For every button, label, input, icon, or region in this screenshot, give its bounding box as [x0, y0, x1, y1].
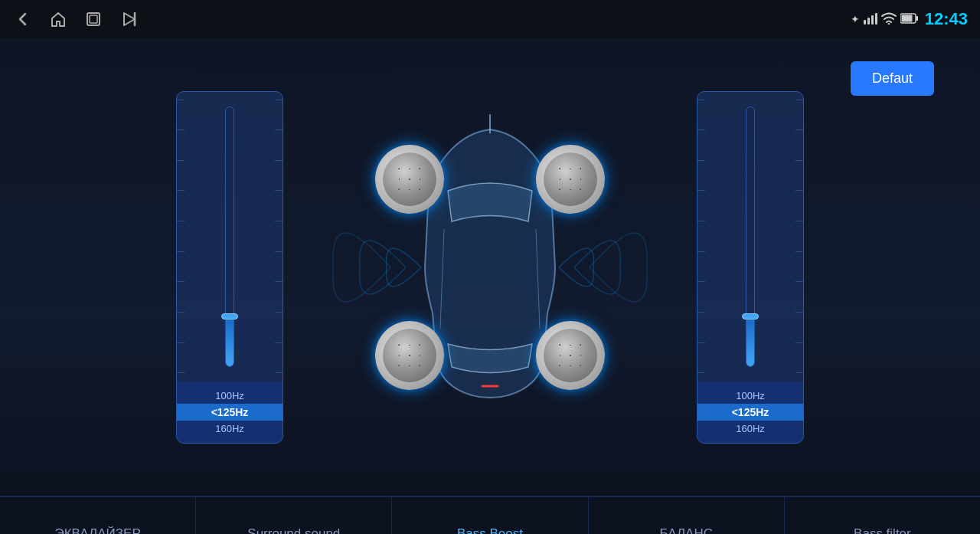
svg-rect-4	[864, 20, 866, 25]
right-v-track[interactable]	[746, 106, 755, 367]
car-visual	[306, 80, 674, 455]
status-bar: ✦	[0, 0, 980, 38]
window-button[interactable]	[83, 8, 104, 30]
default-button[interactable]: Defaut	[851, 61, 934, 96]
right-freq-active[interactable]: <125Hz	[697, 404, 803, 421]
media-button[interactable]	[118, 8, 139, 30]
sound-waves-svg	[306, 80, 674, 455]
tab-balance[interactable]: БАЛАНС	[589, 497, 785, 534]
back-button[interactable]	[12, 8, 34, 30]
left-slider-track-area[interactable]	[177, 92, 283, 382]
right-slider-panel: 100Hz <125Hz 160Hz	[697, 91, 804, 444]
battery-icon	[900, 13, 919, 26]
left-v-thumb[interactable]	[221, 313, 238, 319]
right-slider-track-area[interactable]	[697, 92, 803, 382]
tab-bass-boost[interactable]: Bass Boost	[392, 497, 588, 534]
tab-surround-sound[interactable]: Surround sound	[196, 497, 392, 534]
left-freq-labels: 100Hz <125Hz 160Hz	[177, 382, 283, 443]
svg-rect-5	[867, 18, 870, 25]
connectivity-icons: ✦	[851, 12, 919, 27]
left-slider-panel: 100Hz <125Hz 160Hz	[176, 91, 283, 444]
speaker-front-right[interactable]	[536, 145, 605, 214]
right-v-fill	[746, 314, 754, 366]
left-freq-above: 100Hz	[177, 388, 283, 404]
bluetooth-icon: ✦	[851, 13, 860, 25]
left-freq-below: 160Hz	[177, 421, 283, 437]
svg-marker-2	[124, 13, 135, 25]
svg-rect-10	[901, 15, 912, 21]
speaker-rear-right[interactable]	[536, 321, 605, 390]
speaker-front-left[interactable]	[375, 145, 444, 214]
svg-rect-7	[875, 13, 877, 25]
car-svg-background	[306, 80, 674, 455]
home-button[interactable]	[47, 8, 69, 30]
left-v-track[interactable]	[225, 106, 234, 367]
tab-bass-filter[interactable]: Bass filter	[785, 497, 980, 534]
left-v-fill	[226, 314, 234, 366]
clock: 12:43	[925, 9, 968, 29]
signal-icon	[864, 12, 877, 27]
nav-controls	[12, 8, 139, 30]
right-v-thumb[interactable]	[742, 313, 759, 319]
left-freq-active[interactable]: <125Hz	[177, 404, 283, 421]
right-freq-labels: 100Hz <125Hz 160Hz	[697, 382, 803, 443]
main-content: Defaut 100Hz <12	[0, 38, 980, 496]
svg-point-8	[887, 23, 890, 25]
svg-rect-6	[871, 15, 874, 25]
tab-bar: ЭКВАЛАЙЗЕР Surround sound Bass Boost БАЛ…	[0, 496, 980, 534]
wifi-icon	[881, 12, 897, 27]
right-freq-below: 160Hz	[697, 421, 803, 437]
status-indicators: ✦	[851, 9, 968, 29]
speaker-rear-left[interactable]	[375, 321, 444, 390]
right-freq-above: 100Hz	[697, 388, 803, 404]
svg-rect-11	[916, 16, 918, 21]
svg-rect-1	[90, 15, 97, 23]
tab-equalizer[interactable]: ЭКВАЛАЙЗЕР	[0, 497, 196, 534]
